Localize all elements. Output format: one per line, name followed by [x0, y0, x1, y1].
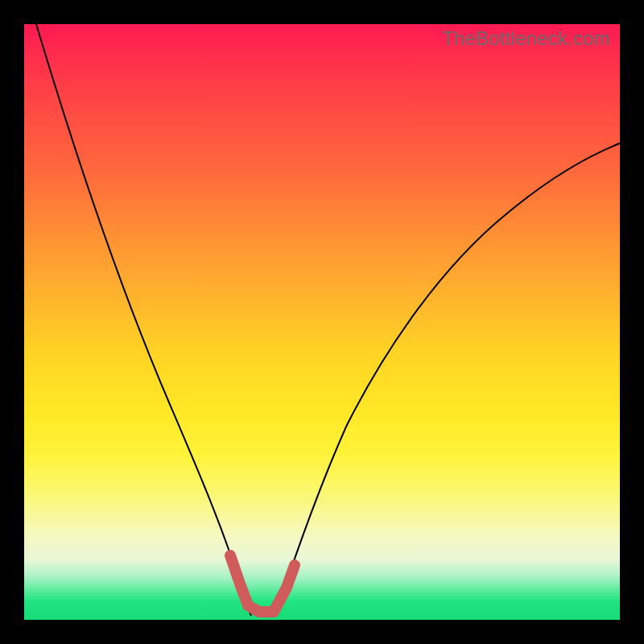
watermark-text: TheBottleneck.com [442, 27, 610, 50]
left-curve [36, 24, 251, 616]
highlight-marker-left [230, 555, 274, 612]
right-curve [275, 143, 620, 616]
plot-area: TheBottleneck.com [24, 24, 620, 620]
highlight-marker-right [274, 565, 295, 612]
chart-svg [24, 24, 620, 620]
